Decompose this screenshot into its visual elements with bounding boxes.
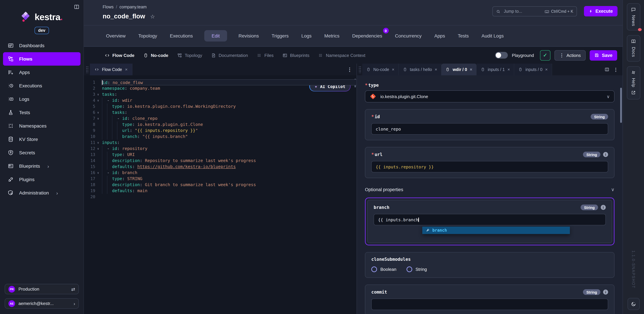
fold-chevron-icon[interactable]: ∨ <box>95 110 101 116</box>
breadcrumb-flows[interactable]: Flows <box>103 5 114 9</box>
code-line-1[interactable]: 1id: no_code_flow <box>84 79 356 85</box>
workspace-switcher[interactable]: PR Production ⇄ <box>5 284 79 294</box>
sidebar-item-plugins[interactable]: Plugins <box>3 173 80 186</box>
tab-executions[interactable]: Executions <box>168 30 194 41</box>
fold-chevron-icon[interactable]: ∨ <box>95 140 101 146</box>
sidebar-item-kv-store[interactable]: KV Store <box>3 133 80 146</box>
execute-button[interactable]: Execute <box>584 6 618 16</box>
yaml-editor[interactable]: ✦AI Copilot 1id: no_code_flow2namespace:… <box>84 75 356 314</box>
tab-audit-logs[interactable]: Audit Logs <box>480 30 505 41</box>
id-input[interactable]: clone_repo <box>371 123 608 135</box>
code-line-8[interactable]: 8type: io.kestra.plugin.git.Clone <box>84 122 356 128</box>
tab-apps[interactable]: Apps <box>433 30 446 41</box>
code-line-content[interactable]: - id: repository <box>101 146 356 152</box>
radio-option-boolean[interactable]: Boolean <box>371 267 396 272</box>
split-panel-icon[interactable] <box>604 67 610 72</box>
validate-button[interactable]: ✓ <box>540 50 550 60</box>
sidebar-item-logs[interactable]: Logs <box>3 92 80 106</box>
sidebar-item-secrets[interactable]: Secrets <box>3 146 80 159</box>
code-line-12[interactable]: 12∨- id: repository <box>84 146 356 152</box>
sidebar-item-administration[interactable]: Administration› <box>3 186 80 199</box>
chevron-down-icon[interactable]: ∨ <box>611 187 615 192</box>
editor-tab-flow-code[interactable]: Flow Code × <box>90 64 133 75</box>
code-line-content[interactable]: type: io.kestra.plugin.git.Clone <box>101 122 356 128</box>
code-line-19[interactable]: 19defaults: main <box>84 188 356 194</box>
sidebar-item-tests[interactable]: Tests <box>3 106 80 119</box>
code-line-content[interactable]: tasks: <box>101 110 356 116</box>
panel-menu-kebab-icon[interactable]: ⋮ <box>614 67 618 72</box>
tab-dependencies[interactable]: Dependencies0 <box>351 30 384 41</box>
type-select[interactable]: io.kestra.plugin.git.Clone ∨ <box>365 90 614 102</box>
code-line-content[interactable]: defaults: https://github.com/kestra-io/b… <box>101 164 356 170</box>
code-line-content[interactable] <box>101 194 356 200</box>
jump-to-search[interactable]: Ctrl/Cmd + K <box>492 6 577 16</box>
code-line-content[interactable]: id: no_code_flow <box>101 79 356 85</box>
code-line-3[interactable]: 3∨tasks: <box>84 91 356 97</box>
code-line-content[interactable]: type: URI <box>101 152 356 158</box>
search-input[interactable] <box>503 9 542 14</box>
toolbar-item-documentation[interactable]: Documentation <box>211 53 248 58</box>
close-icon[interactable]: × <box>435 67 437 72</box>
code-line-6[interactable]: 6∨tasks: <box>84 110 356 116</box>
code-line-content[interactable]: url: "{{ inputs.repository }}" <box>101 128 356 134</box>
close-icon[interactable]: × <box>508 67 510 72</box>
drag-handle[interactable] <box>358 66 361 73</box>
sidebar-item-namespaces[interactable]: Namespaces <box>3 119 80 133</box>
tab-topology[interactable]: Topology <box>137 30 158 41</box>
info-icon[interactable]: i <box>603 290 608 295</box>
env-badge[interactable]: dev <box>34 27 49 34</box>
tab-logs[interactable]: Logs <box>300 30 313 41</box>
commit-input[interactable] <box>371 299 608 310</box>
actions-button[interactable]: ⋮Actions <box>554 50 586 60</box>
code-line-content[interactable]: - id: clone_repo <box>101 116 356 122</box>
code-line-content[interactable]: - id: branch <box>101 170 356 176</box>
panel-tab-no-code[interactable]: No-code× <box>362 64 399 75</box>
tab-tests[interactable]: Tests <box>456 30 470 41</box>
code-line-16[interactable]: 16∨- id: branch <box>84 170 356 176</box>
drag-handle[interactable] <box>86 66 88 73</box>
url-input[interactable]: {{ inputs.repository }} <box>371 161 608 172</box>
panel-tab-tasks-hello[interactable]: tasks / hello× <box>399 64 442 75</box>
code-line-content[interactable]: description: Repository to summarize las… <box>101 158 356 164</box>
code-line-7[interactable]: 7∨- id: clone_repo <box>84 116 356 122</box>
code-line-content[interactable]: type: STRING <box>101 176 356 182</box>
panel-tab-inputs-1[interactable]: inputs / 1× <box>477 64 514 75</box>
tab-revisions[interactable]: Revisions <box>237 30 260 41</box>
tab-concurrency[interactable]: Concurrency <box>394 30 423 41</box>
favorite-star-icon[interactable]: ☆ <box>150 13 155 19</box>
save-button[interactable]: Save <box>590 50 617 60</box>
toolbar-item-flow-code[interactable]: Flow Code <box>105 53 134 58</box>
toolbar-item-namespace-context[interactable]: Namespace Context <box>318 53 366 58</box>
code-line-20[interactable]: 20 <box>84 194 356 200</box>
code-line-15[interactable]: 15defaults: https://github.com/kestra-io… <box>84 164 356 170</box>
code-line-5[interactable]: 5type: io.kestra.plugin.core.flow.Workin… <box>84 103 356 110</box>
rightbar-tab-help[interactable]: Help <box>627 66 640 100</box>
rightbar-tab-docs[interactable]: Docs <box>627 35 640 62</box>
code-line-13[interactable]: 13type: URI <box>84 152 356 158</box>
branch-input[interactable]: {{ inputs.branch <box>374 214 606 225</box>
toolbar-item-topology[interactable]: Topology <box>177 53 202 58</box>
panel-scrollbar[interactable] <box>620 88 622 123</box>
close-icon[interactable]: × <box>545 67 548 72</box>
rightbar-tab-news[interactable]: News <box>627 3 640 31</box>
fold-chevron-icon[interactable]: ∨ <box>95 91 101 97</box>
kestra-logo[interactable]: kestra. <box>0 11 84 23</box>
code-line-content[interactable]: branch: "{{ inputs.branch" <box>101 134 356 140</box>
editor-menu-kebab-icon[interactable]: ⋮ <box>347 66 356 72</box>
close-icon[interactable]: × <box>470 67 472 72</box>
tab-metrics[interactable]: Metrics <box>323 30 341 41</box>
code-line-11[interactable]: 11∨inputs: <box>84 140 356 146</box>
panel-tab-wdir-0[interactable]: wdir / 0× <box>442 64 477 75</box>
user-menu[interactable]: AE aemerich@kestr... › <box>5 298 79 309</box>
code-line-content[interactable]: inputs: <box>101 140 356 146</box>
code-line-9[interactable]: 9url: "{{ inputs.repository }}" <box>84 128 356 134</box>
sidebar-item-dashboards[interactable]: Dashboards <box>3 39 80 52</box>
code-line-10[interactable]: 10branch: "{{ inputs.branch" <box>84 134 356 140</box>
code-line-17[interactable]: 17type: STRING <box>84 176 356 182</box>
close-icon[interactable]: × <box>125 67 128 72</box>
tab-edit[interactable]: Edit <box>204 30 227 41</box>
sidebar-item-apps[interactable]: Apps <box>3 66 80 79</box>
info-icon[interactable]: i <box>601 205 606 210</box>
code-line-4[interactable]: 4∨- id: wdir <box>84 97 356 103</box>
toolbar-item-files[interactable]: Files <box>256 53 274 58</box>
